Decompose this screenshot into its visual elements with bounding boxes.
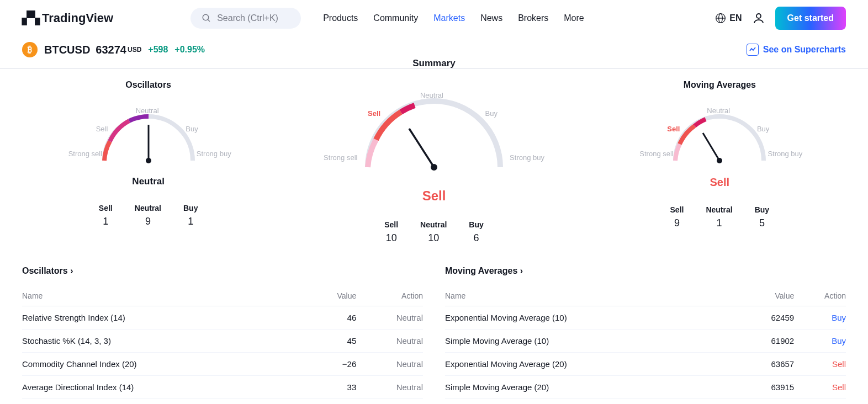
cell-action: Sell [794, 376, 846, 399]
svg-point-11 [717, 158, 722, 163]
col-action: Action [794, 286, 846, 306]
nav-news[interactable]: News [480, 13, 502, 23]
ma-table-section: Moving Averages › Name Value Action Expo… [445, 266, 846, 399]
cell-value: 45 [308, 329, 356, 353]
gauge-ma-title: Moving Averages [648, 80, 791, 90]
ticker-change-pct: +0.95% [174, 45, 205, 55]
oscillators-table-section: Oscillators › Name Value Action Relative… [22, 266, 423, 399]
svg-point-7 [146, 158, 151, 163]
nav-products[interactable]: Products [323, 13, 358, 23]
ticker-currency: USD [128, 46, 141, 54]
nav-community[interactable]: Community [373, 13, 418, 23]
cell-value: 33 [308, 376, 356, 399]
cell-name: Exponential Moving Average (10) [445, 306, 739, 329]
svg-line-10 [703, 133, 719, 161]
cell-action: Neutral [356, 306, 423, 329]
search-icon [202, 13, 211, 23]
lang-label: EN [729, 13, 742, 23]
cell-name: Commodity Channel Index (20) [22, 353, 308, 376]
cell-value: 62459 [739, 306, 795, 329]
ticker-change-abs: +598 [148, 45, 168, 55]
cell-value: 63657 [739, 353, 795, 376]
label-buy: Buy [485, 109, 497, 118]
svg-point-0 [203, 14, 209, 20]
oscillators-table-title[interactable]: Oscillators › [22, 266, 423, 276]
gauge-summary: Summary Strong sell Sell Neutral Buy Str… [329, 58, 539, 244]
ticker-price: 63274 [96, 44, 126, 56]
gauge-oscillators-dial: Strong sell Sell Neutral Buy Strong buy [77, 94, 220, 172]
label-neutral: Neutral [136, 107, 159, 115]
gauge-ma-dial: Strong sell Sell Neutral Buy Strong buy [648, 94, 791, 172]
label-neutral: Neutral [420, 91, 443, 99]
logo-text: TradingView [42, 11, 113, 25]
main-header: ▞▚ TradingView Search (Ctrl+K) Products … [0, 0, 868, 36]
search-placeholder: Search (Ctrl+K) [217, 13, 278, 23]
chart-icon [747, 44, 759, 56]
globe-icon [715, 13, 726, 24]
label-sell: Sell [667, 125, 680, 133]
cell-value: 63915 [739, 376, 795, 399]
cell-name: Stochastic %K (14, 3, 3) [22, 329, 308, 353]
gauge-oscillators-title: Oscillators [77, 80, 220, 90]
cell-value: 61902 [739, 329, 795, 353]
main-nav: Products Community Markets News Brokers … [323, 13, 584, 23]
oscillators-table: Name Value Action Relative Strength Inde… [22, 286, 423, 399]
cell-name: Simple Moving Average (20) [445, 376, 739, 399]
label-strong-buy: Strong buy [197, 150, 231, 158]
cell-action: Neutral [356, 329, 423, 353]
table-row: Exponential Moving Average (10)62459Buy [445, 306, 846, 329]
col-value: Value [308, 286, 356, 306]
label-strong-sell: Strong sell [639, 150, 673, 158]
label-buy: Buy [186, 125, 198, 133]
col-value: Value [739, 286, 795, 306]
label-sell: Sell [368, 109, 380, 118]
cell-action: Buy [794, 306, 846, 329]
label-strong-buy: Strong buy [768, 150, 802, 158]
ma-table-title[interactable]: Moving Averages › [445, 266, 846, 276]
svg-line-8 [409, 129, 434, 167]
logo[interactable]: ▞▚ TradingView [22, 11, 113, 25]
gauge-summary-dial: Strong sell Sell Neutral Buy Strong buy [329, 73, 539, 184]
col-name: Name [445, 286, 739, 306]
cell-action: Sell [794, 353, 846, 376]
table-row: Commodity Channel Index (20)−26Neutral [22, 353, 423, 376]
logo-icon: ▞▚ [22, 11, 39, 25]
label-buy: Buy [757, 125, 769, 133]
nav-more[interactable]: More [564, 13, 584, 23]
cell-name: Exponential Moving Average (20) [445, 353, 739, 376]
svg-line-1 [208, 19, 210, 22]
gauge-summary-title: Summary [329, 58, 539, 69]
cell-name: Simple Moving Average (10) [445, 329, 739, 353]
gauge-summary-result: Sell [329, 188, 539, 204]
table-row: Simple Moving Average (10)61902Buy [445, 329, 846, 353]
svg-point-9 [431, 164, 437, 171]
supercharts-label: See on Supercharts [763, 45, 846, 55]
ticker-symbol[interactable]: BTCUSD [44, 44, 90, 56]
profile-icon[interactable] [752, 12, 765, 25]
cell-name: Relative Strength Index (14) [22, 306, 308, 329]
cell-value: 46 [308, 306, 356, 329]
table-row: Average Directional Index (14)33Neutral [22, 376, 423, 399]
tables-row: Oscillators › Name Value Action Relative… [0, 266, 868, 404]
gauge-ma-result: Sell [648, 176, 791, 189]
get-started-button[interactable]: Get started [775, 7, 846, 30]
cell-action: Neutral [356, 353, 423, 376]
label-strong-buy: Strong buy [510, 153, 544, 162]
nav-markets[interactable]: Markets [433, 13, 465, 23]
nav-brokers[interactable]: Brokers [518, 13, 548, 23]
svg-point-5 [756, 14, 761, 18]
bitcoin-icon: ₿ [22, 42, 38, 57]
label-strong-sell: Strong sell [324, 153, 357, 162]
language-selector[interactable]: EN [715, 13, 742, 24]
gauge-moving-averages: Moving Averages Strong sell Sell Neutral… [648, 80, 791, 244]
label-sell: Sell [96, 125, 108, 133]
table-row: Exponential Moving Average (20)63657Sell [445, 353, 846, 376]
label-strong-sell: Strong sell [68, 150, 102, 158]
cell-value: −26 [308, 353, 356, 376]
search-box[interactable]: Search (Ctrl+K) [190, 8, 301, 29]
col-name: Name [22, 286, 308, 306]
table-row: Relative Strength Index (14)46Neutral [22, 306, 423, 329]
col-action: Action [356, 286, 423, 306]
supercharts-link[interactable]: See on Supercharts [747, 44, 846, 56]
gauge-ma-counts: Sell9 Neutral1 Buy5 [648, 205, 791, 229]
